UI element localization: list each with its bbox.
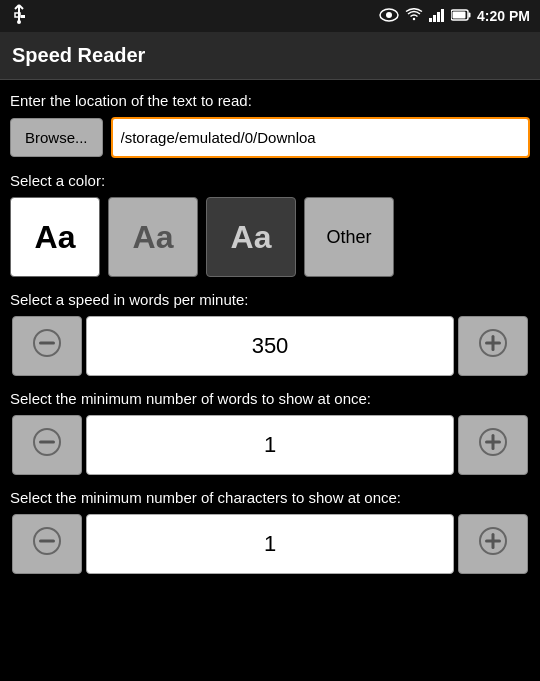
wifi-icon [405, 8, 423, 25]
svg-point-5 [17, 20, 21, 24]
color-option-dark[interactable]: Aa [206, 197, 296, 277]
svg-rect-10 [437, 12, 440, 22]
svg-rect-19 [492, 335, 495, 351]
file-path-input[interactable] [111, 117, 530, 158]
color-gray-text: Aa [133, 219, 174, 256]
clock: 4:20 PM [477, 8, 530, 24]
speed-label: Select a speed in words per minute: [10, 291, 530, 308]
plus-icon-2 [478, 427, 508, 464]
color-dark-text: Aa [231, 219, 272, 256]
min-chars-section: Select the minimum number of characters … [10, 489, 530, 574]
speed-value: 350 [86, 316, 454, 376]
title-bar: Speed Reader [0, 32, 540, 80]
min-chars-increment-button[interactable] [458, 514, 528, 574]
battery-icon [451, 9, 471, 24]
svg-rect-11 [441, 9, 444, 22]
min-words-value: 1 [86, 415, 454, 475]
color-other-text: Other [326, 227, 371, 248]
min-words-increment-button[interactable] [458, 415, 528, 475]
min-chars-decrement-button[interactable] [12, 514, 82, 574]
speed-increment-button[interactable] [458, 316, 528, 376]
file-row: Browse... [10, 117, 530, 158]
color-option-white[interactable]: Aa [10, 197, 100, 277]
browse-button[interactable]: Browse... [10, 118, 103, 157]
color-options: Aa Aa Aa Other [10, 197, 530, 277]
svg-rect-24 [492, 434, 495, 450]
status-bar: 4:20 PM [0, 0, 540, 32]
file-label: Enter the location of the text to read: [10, 92, 530, 109]
status-right: 4:20 PM [379, 8, 530, 25]
svg-rect-26 [39, 539, 55, 542]
min-words-label: Select the minimum number of words to sh… [10, 390, 530, 407]
plus-icon [478, 328, 508, 365]
min-words-decrement-button[interactable] [12, 415, 82, 475]
color-option-other[interactable]: Other [304, 197, 394, 277]
min-words-section: Select the minimum number of words to sh… [10, 390, 530, 475]
min-chars-value: 1 [86, 514, 454, 574]
min-chars-label: Select the minimum number of characters … [10, 489, 530, 506]
color-label: Select a color: [10, 172, 530, 189]
status-left [10, 3, 28, 30]
svg-rect-3 [15, 13, 20, 17]
speed-decrement-button[interactable] [12, 316, 82, 376]
svg-rect-21 [39, 440, 55, 443]
color-option-gray[interactable]: Aa [108, 197, 198, 277]
minus-icon [32, 328, 62, 365]
color-white-text: Aa [35, 219, 76, 256]
min-words-control-row: 1 [10, 415, 530, 475]
svg-rect-8 [429, 18, 432, 22]
svg-rect-29 [492, 533, 495, 549]
color-section: Select a color: Aa Aa Aa Other [10, 172, 530, 277]
minus-icon-3 [32, 526, 62, 563]
svg-rect-14 [453, 11, 466, 18]
plus-icon-3 [478, 526, 508, 563]
main-content: Enter the location of the text to read: … [0, 80, 540, 600]
app-title: Speed Reader [12, 44, 145, 67]
speed-section: Select a speed in words per minute: 350 [10, 291, 530, 376]
svg-rect-9 [433, 15, 436, 22]
minus-icon-2 [32, 427, 62, 464]
svg-rect-4 [21, 15, 25, 18]
speed-control-row: 350 [10, 316, 530, 376]
svg-rect-13 [469, 12, 471, 17]
svg-point-7 [386, 12, 392, 18]
signal-icon [429, 8, 445, 25]
usb-icon [10, 3, 28, 30]
svg-rect-16 [39, 341, 55, 344]
min-chars-control-row: 1 [10, 514, 530, 574]
eye-icon [379, 8, 399, 25]
